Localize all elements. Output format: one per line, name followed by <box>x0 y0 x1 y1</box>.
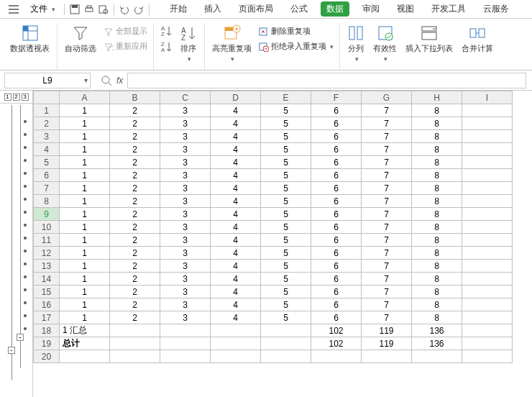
cell[interactable]: 7 <box>362 298 412 311</box>
cell[interactable] <box>110 324 160 337</box>
cell[interactable]: 6 <box>311 182 362 195</box>
cell[interactable]: 8 <box>412 130 462 143</box>
cell[interactable]: 5 <box>261 234 311 247</box>
tab-审阅[interactable]: 审阅 <box>358 1 384 17</box>
outline-level-1[interactable]: 1 <box>4 93 12 101</box>
cell[interactable]: 3 <box>160 104 211 117</box>
qat-undo-icon[interactable] <box>119 4 130 15</box>
cell[interactable]: 3 <box>160 208 211 221</box>
cell[interactable]: 7 <box>362 260 412 273</box>
row-header-4[interactable]: 4 <box>34 143 60 156</box>
cell[interactable]: 6 <box>311 169 362 182</box>
col-header-C[interactable]: C <box>160 91 211 104</box>
cell[interactable]: 1 汇总 <box>60 324 110 337</box>
cell[interactable]: 6 <box>311 298 362 311</box>
cell[interactable]: 5 <box>261 260 311 273</box>
cell[interactable]: 2 <box>110 208 160 221</box>
cell[interactable]: 5 <box>261 221 311 234</box>
row-header-14[interactable]: 14 <box>34 273 60 286</box>
cell[interactable]: 3 <box>160 117 211 130</box>
col-header-G[interactable]: G <box>362 91 412 104</box>
cell[interactable]: 4 <box>211 208 261 221</box>
cell[interactable]: 5 <box>261 130 311 143</box>
cell[interactable]: 1 <box>60 156 110 169</box>
cell[interactable]: 7 <box>362 286 412 298</box>
cell[interactable]: 5 <box>261 298 311 311</box>
cell[interactable]: 4 <box>211 286 261 298</box>
outline-collapse-icon[interactable]: - <box>8 347 15 354</box>
cell[interactable]: 7 <box>362 311 412 324</box>
row-header-10[interactable]: 10 <box>34 221 60 234</box>
cell[interactable] <box>462 208 513 221</box>
cell[interactable] <box>462 286 513 298</box>
outline-level-2[interactable]: 2 <box>13 93 20 101</box>
cell[interactable]: 6 <box>311 273 362 286</box>
file-menu[interactable]: 文件 <box>26 1 60 17</box>
cell[interactable]: 1 <box>60 195 110 208</box>
cell[interactable]: 3 <box>160 143 211 156</box>
cell[interactable]: 7 <box>362 117 412 130</box>
row-header-15[interactable]: 15 <box>34 286 60 298</box>
autofilter-button[interactable]: 自动筛选 <box>63 23 98 55</box>
cell[interactable]: 4 <box>211 298 261 311</box>
cell[interactable]: 5 <box>261 247 311 260</box>
cell[interactable]: 3 <box>160 247 211 260</box>
cell[interactable]: 6 <box>311 195 362 208</box>
cell[interactable]: 1 <box>60 169 110 182</box>
cell[interactable]: 2 <box>110 273 160 286</box>
cell[interactable]: 3 <box>160 298 211 311</box>
cell[interactable] <box>462 156 513 169</box>
cell[interactable]: 3 <box>160 182 211 195</box>
cell[interactable]: 2 <box>110 156 160 169</box>
row-header-5[interactable]: 5 <box>34 156 60 169</box>
row-header-19[interactable]: 19 <box>34 337 60 350</box>
cell[interactable] <box>462 104 513 117</box>
pivot-table-button[interactable]: 数据透视表 <box>9 23 51 55</box>
cell[interactable]: 7 <box>362 221 412 234</box>
cell[interactable] <box>462 260 513 273</box>
cell[interactable]: 4 <box>211 260 261 273</box>
cell[interactable] <box>211 324 261 337</box>
cell[interactable]: 4 <box>211 169 261 182</box>
cell[interactable]: 1 <box>60 143 110 156</box>
cell[interactable]: 3 <box>160 286 211 298</box>
cell[interactable]: 8 <box>412 169 462 182</box>
cell[interactable]: 2 <box>110 298 160 311</box>
menu-hamburger[interactable] <box>4 4 23 15</box>
cell[interactable]: 8 <box>412 286 462 298</box>
tab-开始[interactable]: 开始 <box>165 1 191 17</box>
cell[interactable]: 7 <box>362 234 412 247</box>
cell[interactable] <box>462 337 513 350</box>
cell[interactable]: 4 <box>211 234 261 247</box>
zoom-icon[interactable] <box>101 75 112 86</box>
cell[interactable]: 5 <box>261 169 311 182</box>
cell[interactable]: 8 <box>412 182 462 195</box>
row-header-9[interactable]: 9 <box>34 208 60 221</box>
cell[interactable]: 8 <box>412 104 462 117</box>
cell[interactable]: 3 <box>160 169 211 182</box>
show-all-button[interactable]: 全部显示 <box>104 26 147 37</box>
cell[interactable] <box>462 130 513 143</box>
cell[interactable]: 2 <box>110 286 160 298</box>
cell[interactable]: 6 <box>311 156 362 169</box>
cell[interactable]: 6 <box>311 208 362 221</box>
cell[interactable]: 8 <box>412 298 462 311</box>
cell[interactable] <box>211 337 261 350</box>
cell[interactable]: 1 <box>60 273 110 286</box>
cell[interactable]: 1 <box>60 208 110 221</box>
cell[interactable] <box>462 298 513 311</box>
cell[interactable]: 7 <box>362 169 412 182</box>
cell[interactable]: 8 <box>412 311 462 324</box>
remove-duplicates-button[interactable]: 删除重复项 <box>259 26 334 37</box>
cell[interactable] <box>160 350 211 363</box>
cell[interactable]: 1 <box>60 130 110 143</box>
select-all-corner[interactable] <box>34 91 60 104</box>
cell[interactable]: 4 <box>211 104 261 117</box>
sort-asc-icon[interactable]: AZ <box>160 24 173 37</box>
cell[interactable]: 7 <box>362 130 412 143</box>
row-header-12[interactable]: 12 <box>34 247 60 260</box>
cell[interactable]: 1 <box>60 104 110 117</box>
text-to-columns-button[interactable]: 分列 <box>346 23 366 64</box>
cell[interactable]: 1 <box>60 311 110 324</box>
cell[interactable]: 3 <box>160 195 211 208</box>
